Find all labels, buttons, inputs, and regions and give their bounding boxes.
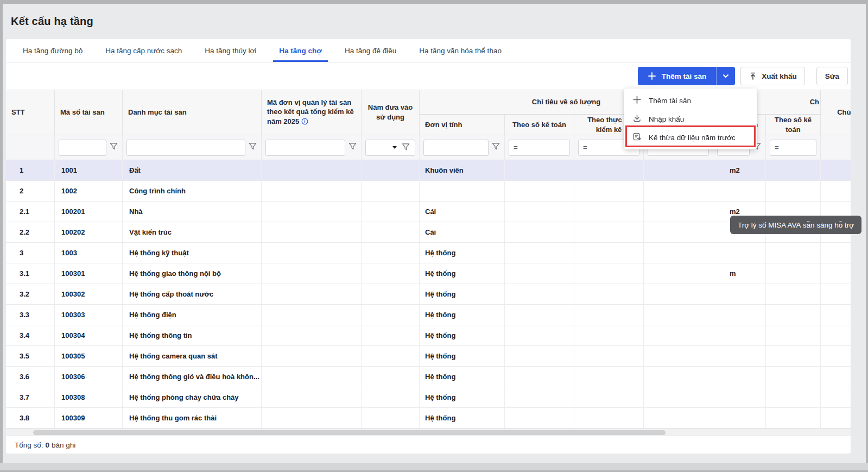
export-icon [749,72,757,80]
table-row[interactable]: 3.1100301Hệ thống giao thông nội bộHệ th… [6,263,851,284]
cell-asset-code: 100303 [55,305,123,325]
export-button[interactable]: Xuất khẩu [740,67,805,85]
tab-3[interactable]: Hạ tầng thủy lợi [193,39,268,62]
table-row[interactable]: 3.4100304Hệ thống thông tinHệ thống [6,325,851,346]
cell-hidden [644,284,713,304]
table-row[interactable]: 3.2100302Hệ thống cấp thoát nướcHệ thống [6,284,851,305]
filter-cell-3[interactable] [123,135,262,160]
cell-actions [821,325,851,345]
cell-per-accounting [505,346,574,366]
add-asset-dropdown-toggle[interactable] [716,67,735,85]
tab-2[interactable]: Hạ tầng cấp nước sạch [94,39,193,62]
plus-icon [632,95,642,106]
cell-asset-code: 100201 [55,202,123,222]
menu-item-3[interactable]: Kế thừa dữ liệu năm trước [624,128,757,147]
menu-item-2[interactable]: Nhập khẩu [624,110,757,128]
cell-actions [821,408,851,428]
cell-per-accounting-2 [766,263,821,284]
filter-input[interactable] [59,140,106,156]
table-row[interactable]: 3.8100309Hệ thống thu gom rác thảiHệ thố… [6,408,851,429]
cell-asset-category: Hệ thống thông tin [123,325,262,345]
cell-asset-code: 100202 [55,222,123,242]
table-row[interactable]: 21002Công trình chính [6,181,851,202]
cell-managing-unit-code [262,202,362,222]
inherit-data-icon [632,132,642,143]
total-value: 0 [46,441,50,449]
add-asset-button[interactable]: Thêm tài sản [638,67,717,85]
cell-actions [821,305,851,325]
page-header: Kết cấu hạ tầng [6,4,93,39]
cell-asset-category: Hệ thống cấp thoát nước [123,284,262,304]
filter-funnel-icon[interactable] [109,142,118,153]
cell-stt: 3.3 [6,305,55,325]
table-row[interactable]: 11001ĐấtKhuôn viênm2 [6,160,851,181]
tab-5[interactable]: Hạ tầng đê điều [333,39,408,62]
filter-input[interactable] [265,140,345,156]
cell-managing-unit-code [262,367,362,387]
filter-cell-11[interactable]: = [766,135,821,160]
table-row[interactable]: 2.1100201NhàCáim2 [6,202,851,222]
table-row[interactable]: 2.2100202Vật kiến trúcCái [6,222,851,243]
table-row[interactable]: 3.7100308Hệ thống phòng cháy chữa cháyHệ… [6,387,851,408]
col-header-managing-unit-code: Mã đơn vị quản lý tài sản theo kết quả t… [262,90,362,135]
table-row[interactable]: 3.6100306Hệ thống thông gió và điều hoà … [6,367,851,387]
cell-asset-code: 100301 [55,263,123,284]
toolbar: Thêm tài sản Xuất khẩu Sửa [6,62,851,90]
cell-unit-2 [713,408,766,428]
cell-unit: Hệ thống [420,346,505,366]
col-header-stt: STT [6,90,55,135]
cell-hidden [644,346,713,366]
cell-actions [821,387,851,407]
cell-asset-code: 100306 [55,367,123,387]
cell-per-inventory [574,408,644,428]
cell-per-accounting [505,222,574,242]
edit-button[interactable]: Sửa [816,67,848,85]
filter-year-select[interactable] [365,140,415,156]
filter-funnel-icon[interactable] [401,142,410,153]
cell-unit: Hệ thống [420,305,505,325]
cell-actions [821,263,851,284]
filter-cell-6[interactable] [420,135,505,160]
cell-per-inventory [574,346,644,366]
tab-4[interactable]: Hạ tầng chợ [268,39,333,62]
cell-stt: 3.4 [6,325,55,345]
filter-input[interactable] [423,140,489,156]
scrollbar-thumb[interactable] [33,430,666,435]
filter-cell-12 [821,135,851,160]
cell-per-inventory [574,263,644,284]
filter-cell-7[interactable]: = [505,135,574,160]
filter-input-equals[interactable]: = [770,140,816,156]
cell-hidden [644,325,713,345]
menu-item-1[interactable]: Thêm tài sản [624,91,757,110]
col-header-actions: Chức năng [821,90,851,135]
cell-managing-unit-code [262,325,362,345]
cell-hidden [644,408,713,428]
cell-hidden [644,305,713,325]
filter-cell-2[interactable] [55,135,123,160]
table-row[interactable]: 3.3100303Hệ thống điệnHệ thống [6,305,851,325]
table-row[interactable]: 3.5100305Hệ thống camera quan sátHệ thốn… [6,346,851,367]
cell-unit: Hệ thống [420,408,505,428]
cell-per-inventory [574,181,644,201]
info-icon[interactable] [301,118,308,127]
tab-1[interactable]: Hạ tầng đường bộ [11,39,94,62]
cell-stt: 2 [6,181,55,201]
filter-cell-4[interactable] [262,135,362,160]
tab-6[interactable]: Hạ tầng văn hóa thể thao [408,39,513,62]
filter-input-equals[interactable]: = [509,140,570,156]
horizontal-scrollbar[interactable] [6,429,851,436]
filter-cell-5[interactable] [362,135,420,160]
table-footer: Tổng số: 0 bản ghi [6,436,851,454]
cell-year-in-use [362,346,420,366]
cell-per-accounting [505,243,574,263]
cell-year-in-use [362,202,420,222]
cell-per-inventory [574,325,644,345]
chevron-down-icon [722,72,730,80]
filter-funnel-icon[interactable] [348,142,357,153]
filter-funnel-icon[interactable] [248,142,257,153]
cell-hidden [644,243,713,263]
col-header-asset-code: Mã số tài sản [55,90,123,135]
filter-input[interactable] [126,140,245,156]
table-row[interactable]: 31003Hệ thống kỹ thuậtHệ thống [6,243,851,263]
filter-funnel-icon[interactable] [491,142,500,153]
